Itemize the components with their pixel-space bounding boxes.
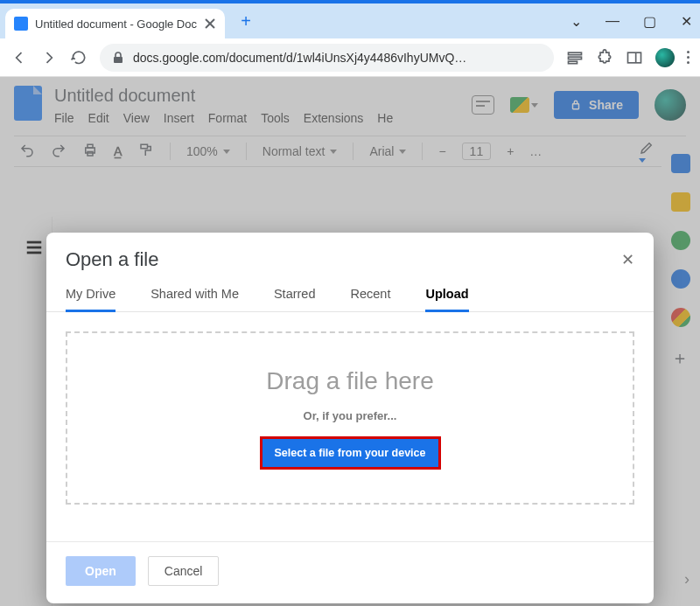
document-title[interactable]: Untitled document (54, 86, 459, 106)
close-tab-icon[interactable] (204, 17, 216, 30)
svg-rect-1 (18, 21, 24, 23)
maps-icon[interactable] (671, 308, 690, 327)
expand-side-panel-icon[interactable]: › (684, 570, 690, 589)
prefer-instruction: Or, if you prefer... (304, 409, 397, 422)
svg-rect-17 (573, 104, 579, 109)
address-bar-row: docs.google.com/document/d/1wl4iUnsXj4y4… (0, 38, 700, 77)
back-button[interactable] (10, 49, 28, 66)
keep-icon[interactable] (671, 192, 690, 212)
tab-recent[interactable]: Recent (351, 287, 391, 311)
menu-extensions[interactable]: Extensions (304, 111, 363, 125)
browser-tab[interactable]: Untitled document - Google Doc (5, 9, 225, 38)
meet-icon[interactable] (510, 97, 538, 113)
docs-logo-icon[interactable] (14, 86, 42, 121)
font-size-value[interactable]: 11 (462, 143, 492, 160)
omnibox[interactable]: docs.google.com/document/d/1wl4iUnsXj4y4… (100, 44, 554, 72)
share-button[interactable]: Share (554, 91, 639, 119)
reader-icon[interactable] (566, 49, 584, 66)
toolbar-overflow[interactable]: … (529, 144, 542, 158)
comments-icon[interactable] (472, 95, 494, 115)
menu-help[interactable]: He (377, 111, 393, 125)
upload-dropzone[interactable]: Drag a file here Or, if you prefer... Se… (66, 331, 634, 505)
docs-favicon (14, 17, 28, 31)
menu-format[interactable]: Format (208, 111, 247, 125)
editing-mode-icon[interactable] (639, 140, 654, 163)
maximize-icon[interactable]: ▢ (640, 13, 658, 30)
svg-rect-9 (569, 61, 578, 64)
font-size-plus[interactable]: + (507, 144, 514, 158)
svg-rect-24 (27, 252, 42, 254)
menu-view[interactable]: View (123, 111, 150, 125)
new-tab-button[interactable]: + (234, 9, 258, 33)
forward-button[interactable] (40, 49, 58, 66)
spellcheck-icon[interactable]: A̲ (114, 144, 122, 158)
document-margin (0, 217, 52, 606)
menu-edit[interactable]: Edit (88, 111, 109, 125)
browser-tab-bar: Untitled document - Google Doc + ⌄ — ▢ ✕ (0, 3, 700, 38)
svg-rect-21 (141, 144, 148, 149)
open-file-dialog: Open a file ✕ My Drive Shared with Me St… (46, 233, 654, 603)
svg-rect-8 (569, 57, 582, 59)
menu-tools[interactable]: Tools (261, 111, 290, 125)
open-button[interactable]: Open (66, 556, 136, 586)
panel-icon[interactable] (626, 49, 643, 66)
zoom-dropdown[interactable]: 100% (186, 144, 230, 158)
extension-icons (566, 48, 690, 67)
window-controls: ⌄ — ▢ ✕ (567, 3, 695, 38)
font-size-minus[interactable]: − (438, 144, 445, 158)
svg-rect-10 (628, 52, 641, 63)
tasks-icon[interactable] (671, 231, 690, 250)
select-file-button[interactable]: Select a file from your device (262, 439, 438, 467)
svg-rect-16 (20, 108, 31, 111)
menu-bar: File Edit View Insert Format Tools Exten… (54, 111, 459, 125)
svg-rect-7 (569, 52, 582, 55)
svg-rect-19 (88, 144, 93, 148)
print-icon[interactable] (82, 143, 98, 161)
svg-rect-14 (20, 98, 36, 101)
tab-starred[interactable]: Starred (274, 287, 316, 311)
cancel-button[interactable]: Cancel (148, 556, 220, 586)
chrome-menu-icon[interactable] (687, 51, 690, 64)
svg-rect-3 (18, 26, 22, 28)
svg-rect-15 (20, 103, 36, 106)
dialog-tabs: My Drive Shared with Me Starred Recent U… (46, 276, 654, 312)
font-dropdown[interactable]: Arial (369, 144, 406, 158)
redo-icon[interactable] (51, 143, 66, 161)
tab-title: Untitled document - Google Doc (35, 17, 197, 31)
svg-rect-22 (27, 241, 42, 244)
dialog-title: Open a file (66, 248, 158, 271)
side-panel: ＋ (662, 138, 700, 606)
docs-toolbar: A̲ 100% Normal text Arial − 11 + … (14, 136, 686, 167)
svg-rect-6 (114, 57, 122, 63)
select-file-highlight: Select a file from your device (260, 436, 441, 470)
calendar-icon[interactable] (671, 154, 690, 173)
dropdown-icon[interactable]: ⌄ (567, 13, 584, 30)
url-text: docs.google.com/document/d/1wl4iUnsXj4y4… (133, 51, 524, 65)
dialog-close-button[interactable]: ✕ (621, 250, 634, 269)
account-avatar[interactable] (654, 89, 686, 121)
tab-shared-with-me[interactable]: Shared with Me (150, 287, 239, 311)
lock-icon (112, 52, 124, 64)
dialog-footer: Open Cancel (46, 541, 654, 586)
undo-icon[interactable] (19, 143, 35, 161)
docs-app: Untitled document File Edit View Insert … (0, 77, 700, 606)
menu-insert[interactable]: Insert (164, 111, 194, 125)
docs-header: Untitled document File Edit View Insert … (0, 77, 700, 125)
extensions-puzzle-icon[interactable] (596, 49, 613, 66)
reload-button[interactable] (70, 49, 88, 66)
style-dropdown[interactable]: Normal text (262, 144, 338, 158)
tab-my-drive[interactable]: My Drive (66, 287, 116, 311)
outline-icon[interactable] (24, 238, 44, 257)
svg-rect-2 (18, 24, 24, 25)
close-window-icon[interactable]: ✕ (677, 13, 695, 30)
profile-avatar-icon[interactable] (655, 48, 675, 67)
contacts-icon[interactable] (671, 269, 690, 289)
menu-file[interactable]: File (54, 111, 74, 125)
paint-format-icon[interactable] (138, 143, 154, 161)
svg-rect-23 (27, 247, 42, 249)
tab-upload[interactable]: Upload (425, 287, 468, 311)
drag-instruction: Drag a file here (266, 367, 433, 395)
share-button-label: Share (589, 98, 623, 112)
addons-plus-icon[interactable]: ＋ (671, 346, 690, 366)
minimize-icon[interactable]: — (604, 13, 621, 29)
